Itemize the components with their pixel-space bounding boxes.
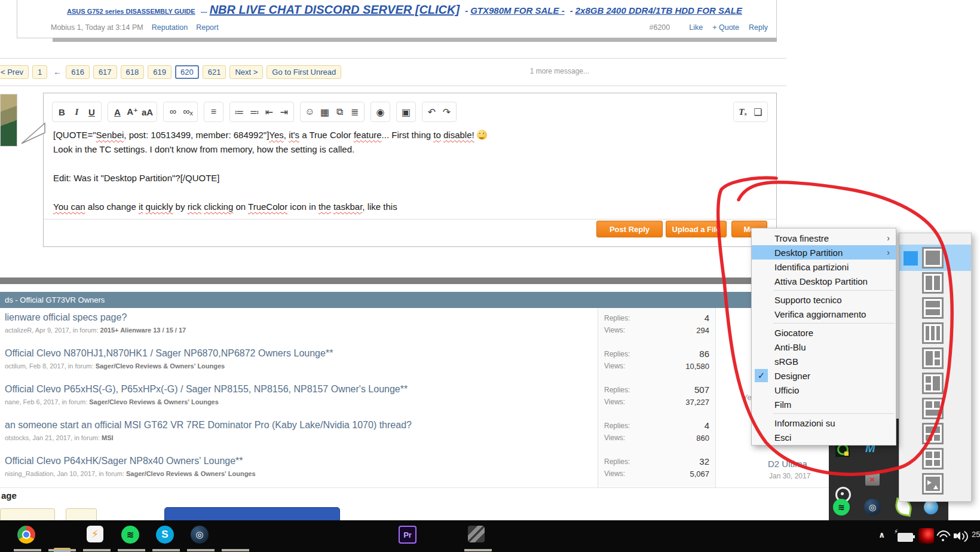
page-button-619[interactable]: 619 [148, 65, 172, 79]
signature-link[interactable]: GTX980M FOR SALE - [470, 5, 565, 16]
post-action-quote[interactable]: + Quote [712, 23, 739, 32]
insert-quote-icon[interactable]: ≣ [347, 104, 362, 120]
text-color-icon[interactable]: A [110, 104, 125, 120]
layout-two-columns-icon[interactable] [922, 272, 944, 294]
steam-tray-icon[interactable]: ◎ [864, 499, 881, 516]
outdent-icon[interactable]: ⇤ [262, 104, 277, 120]
editor-content[interactable]: [QUOTE="Senbei, post: 10513499, member: … [53, 128, 758, 214]
truecolor-tray-icon[interactable] [918, 528, 934, 544]
msi-dragon-icon[interactable] [468, 526, 485, 542]
indent-icon[interactable]: ⇥ [277, 104, 292, 120]
skype-icon[interactable]: S [156, 526, 174, 544]
table-row[interactable]: Official Clevo N870HJ1,N870HK1 / Sager N… [0, 344, 851, 380]
unlink-icon[interactable]: ∞ₓ [180, 104, 195, 120]
partial-button-1[interactable] [0, 508, 55, 521]
underline-icon[interactable]: U [84, 104, 99, 120]
menu-item-designer[interactable]: Designer✓ [752, 368, 896, 383]
layout-left-two-right-one-icon[interactable] [922, 373, 944, 394]
smilies-icon[interactable]: ☺ [302, 104, 317, 120]
page-button-next[interactable]: Next > [229, 65, 263, 79]
page-button-621[interactable]: 621 [203, 65, 226, 79]
menu-item-film[interactable]: Film [752, 397, 896, 411]
layout-three-columns-icon[interactable] [922, 322, 944, 344]
battery-icon[interactable]: ⚡ [898, 533, 913, 542]
menu-item-verifica-aggiornamento[interactable]: Verifica aggiornamento [752, 307, 896, 321]
ordered-list-icon[interactable]: ≕ [247, 104, 262, 120]
post-link-report[interactable]: Report [196, 23, 219, 32]
bbcode-toggle-icon[interactable]: ❏ [751, 104, 765, 120]
thread-forum-link[interactable]: 2015+ Alienware 13 / 15 / 17 [100, 327, 186, 334]
layout-custom-icon[interactable] [922, 473, 944, 495]
insert-media-icon[interactable]: ⧉ [332, 104, 347, 120]
page-button-go-to-first-unread[interactable]: Go to First Unread [267, 65, 341, 79]
layout-top-one-bottom-two-icon[interactable] [922, 423, 944, 444]
page-button-617[interactable]: 617 [93, 65, 117, 79]
menu-item-informazioni-su[interactable]: Informazioni su [752, 416, 896, 430]
partial-blue-button[interactable] [164, 507, 340, 521]
page-button-1[interactable]: 1 [32, 65, 47, 79]
signature-link[interactable]: ASUS G752 series DISASSEMBLY GUIDE [67, 8, 195, 15]
menu-item-identifica-partizioni[interactable]: Identifica partizioni [752, 260, 896, 274]
thread-forum-link[interactable]: Sager/Clevo Reviews & Owners' Lounges [89, 398, 219, 405]
spotify-tray-icon[interactable]: ≋ [833, 499, 850, 516]
menu-item-srgb[interactable]: sRGB [752, 354, 896, 368]
sphere-tray-icon[interactable] [924, 500, 938, 514]
table-row[interactable]: lienware official specs page?actalizeR, … [0, 308, 851, 344]
spotify-icon[interactable]: ≋ [121, 526, 139, 544]
unordered-list-icon[interactable]: ≔ [232, 104, 247, 120]
thread-title[interactable]: lienware official specs page? [5, 312, 127, 323]
alignment-icon[interactable]: ≡ [206, 104, 221, 120]
layout-grid-2x2-icon[interactable] [922, 448, 944, 469]
thread-forum-link[interactable]: MSI [102, 434, 114, 441]
reply-editor[interactable]: BIUAA⁺aA∞∞ₓ≡≔≕⇤⇥☺▦⧉≣◉▣↶↷ Tₓ❏ [QUOTE="Sen… [43, 93, 777, 247]
redo-icon[interactable]: ↷ [439, 104, 454, 120]
save-draft-icon[interactable]: ▣ [399, 104, 414, 120]
menu-item-ufficio[interactable]: Ufficio [752, 383, 896, 397]
steam-icon[interactable]: ◎ [191, 526, 209, 544]
thread-forum-link[interactable]: Sager/Clevo Reviews & Owners' Lounges [96, 362, 225, 370]
menu-item-supporto-tecnico[interactable]: Supporto tecnico [752, 292, 896, 307]
hidden-icons-chevron[interactable]: ∧ [878, 530, 885, 539]
partial-button-2[interactable] [66, 508, 97, 521]
last-message-author[interactable]: D2 Ultima [768, 459, 807, 469]
menu-item-desktop-partition[interactable]: Desktop Partition› [752, 245, 896, 260]
post-action-like[interactable]: Like [689, 23, 703, 32]
thread-title[interactable]: Official Clevo N870HJ1,N870HK1 / Sager N… [5, 348, 333, 359]
table-row[interactable]: Official Clevo P65xHS(-G), P65xHPx(-G) /… [0, 380, 851, 416]
thread-title[interactable]: Official Clevo P64xHK/Sager NP8x40 Owner… [5, 456, 243, 466]
thread-title[interactable]: an someone start an official MSI GT62 VR… [5, 420, 412, 431]
post-link-reputation[interactable]: Reputation [152, 23, 188, 32]
page-button-616[interactable]: 616 [66, 65, 90, 79]
signature-link[interactable]: 2x8GB 2400 DDR4/1TB HDD FOR SALE [575, 5, 742, 16]
thread-forum-link[interactable]: Sager/Clevo Reviews & Owners' Lounges [126, 470, 256, 477]
clock[interactable]: 25 [972, 530, 980, 539]
menu-item-esci[interactable]: Esci [752, 430, 896, 444]
thread-title[interactable]: Official Clevo P65xHS(-G), P65xHPx(-G) /… [5, 384, 408, 395]
disconnected-device-icon[interactable]: × [865, 472, 880, 486]
page-button-620[interactable]: 620 [175, 65, 199, 79]
font-size-icon[interactable]: A⁺ [125, 104, 140, 120]
menu-item-attiva-desktop-partition[interactable]: Attiva Desktop Partition [752, 274, 896, 288]
layout-single-icon[interactable] [922, 247, 944, 269]
premiere-pro-icon[interactable]: Pr [399, 526, 416, 544]
wifi-icon[interactable] [936, 529, 950, 542]
remove-formatting-icon[interactable]: Tₓ [736, 104, 751, 120]
italic-icon[interactable]: I [69, 104, 84, 120]
page-button-618[interactable]: 618 [121, 65, 145, 79]
insert-image-icon[interactable]: ▦ [317, 104, 332, 120]
undo-icon[interactable]: ↶ [424, 104, 439, 120]
volume-icon[interactable] [954, 530, 969, 542]
table-row[interactable]: an someone start an official MSI GT62 VR… [0, 416, 851, 452]
upload-file-button[interactable]: Upload a File [666, 221, 727, 237]
bold-icon[interactable]: B [54, 104, 69, 120]
layout-left-one-right-two-icon[interactable] [922, 347, 944, 369]
menu-item-anti-blu[interactable]: Anti-Blu [752, 340, 896, 354]
page-button-prev[interactable]: < Prev [0, 65, 29, 79]
table-row[interactable]: Official Clevo P64xHK/Sager NP8x40 Owner… [0, 452, 851, 488]
menu-item-trova-finestre[interactable]: Trova finestre› [752, 231, 896, 245]
post-action-reply[interactable]: Reply [749, 23, 768, 32]
post-reply-button[interactable]: Post Reply [596, 221, 663, 237]
font-family-icon[interactable]: aA [140, 104, 155, 120]
layout-two-rows-icon[interactable] [922, 297, 944, 319]
chrome-icon[interactable] [17, 526, 35, 544]
